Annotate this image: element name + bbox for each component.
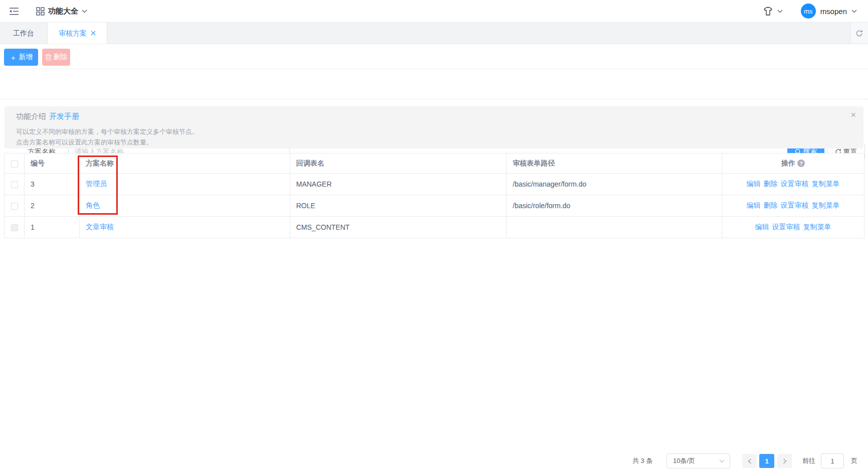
dev-manual-link[interactable]: 开发手册 xyxy=(49,112,79,120)
page-size-value: 10条/页 xyxy=(673,456,695,465)
chevron-down-icon xyxy=(719,459,725,463)
tabbar: 工作台 审核方案 xyxy=(0,23,868,44)
cell-form-path xyxy=(507,217,722,238)
user-menu-dropdown[interactable]: ms msopen xyxy=(801,4,857,19)
chevron-down-icon xyxy=(777,10,783,13)
toolbar: ＋ 新增 删除 xyxy=(0,44,868,69)
username: msopen xyxy=(820,7,847,16)
dashed-divider xyxy=(0,99,868,99)
cell-callback-table: CMS_CONTENT xyxy=(290,217,507,238)
column-header-id: 编号 xyxy=(25,153,80,174)
app-window: 功能大全 ms msopen xyxy=(0,0,868,471)
column-header-path: 审核表单路径 xyxy=(507,153,722,174)
theme-switcher-dropdown[interactable] xyxy=(763,7,783,16)
table-row: 2 角色 ROLE /basic/role/form.do 编辑删除设置审核复制… xyxy=(5,195,864,217)
table-header-row: 编号 方案名称 回调表名 审核表单路径 操作 ? xyxy=(5,153,864,174)
tab-audit-plan[interactable]: 审核方案 xyxy=(48,23,107,44)
edit-link[interactable]: 编辑 xyxy=(747,180,761,188)
delete-link[interactable]: 删除 xyxy=(764,180,778,188)
feature-intro-line: 可以定义不同的审核的方案，每个审核方案定义多个审核节点。 xyxy=(16,127,198,136)
avatar: ms xyxy=(801,4,816,19)
table-row: 1 文章审核 CMS_CONTENT 编辑设置审核复制菜单 xyxy=(5,217,864,238)
feature-intro-title: 功能介绍开发手册 xyxy=(16,112,79,121)
tab-workbench[interactable]: 工作台 xyxy=(0,23,48,44)
cell-id: 2 xyxy=(25,195,80,217)
set-audit-link[interactable]: 设置审核 xyxy=(781,201,809,209)
plan-name-link[interactable]: 管理员 xyxy=(86,180,107,188)
theme-tshirt-icon xyxy=(763,7,773,16)
page-number-current[interactable]: 1 xyxy=(759,454,774,468)
copy-menu-link[interactable]: 复制菜单 xyxy=(812,180,840,188)
plans-table: 编号 方案名称 回调表名 审核表单路径 操作 ? 3 管理员 xyxy=(4,153,864,238)
row-checkbox[interactable] xyxy=(11,181,18,188)
chevron-down-icon xyxy=(82,10,87,13)
topbar-right: ms msopen xyxy=(763,4,857,19)
column-header-name: 方案名称 xyxy=(80,153,290,174)
next-icon xyxy=(783,458,787,464)
cell-form-path: /basic/manager/form.do xyxy=(507,174,722,195)
tab-label: 审核方案 xyxy=(59,23,87,44)
cell-callback-table: ROLE xyxy=(290,195,507,217)
set-audit-link[interactable]: 设置审核 xyxy=(772,223,800,231)
table-row: 3 管理员 MANAGER /basic/manager/form.do 编辑删… xyxy=(5,174,864,195)
goto-page-input[interactable] xyxy=(821,453,844,468)
cell-id: 3 xyxy=(25,174,80,195)
delete-button-label: 删除 xyxy=(54,53,68,62)
search-bar: 方案名称 搜索 重置 xyxy=(0,69,868,99)
help-icon[interactable]: ? xyxy=(797,160,805,167)
row-checkbox[interactable] xyxy=(11,224,18,231)
feature-intro-box: 功能介绍开发手册 × 可以定义不同的审核的方案，每个审核方案定义多个审核节点。 … xyxy=(5,106,863,148)
page-size-select[interactable]: 10条/页 xyxy=(667,453,730,468)
plan-name-link[interactable]: 文章审核 xyxy=(86,223,114,231)
apps-grid-icon xyxy=(36,7,45,16)
pagination: 共 3 条 10条/页 1 前往 页 xyxy=(0,453,868,469)
cell-id: 1 xyxy=(25,217,80,238)
page-unit-label: 页 xyxy=(851,453,857,468)
chevron-down-icon xyxy=(851,10,857,13)
edit-link[interactable]: 编辑 xyxy=(755,223,769,231)
add-button[interactable]: ＋ 新增 xyxy=(4,49,38,66)
tab-label: 工作台 xyxy=(13,29,34,37)
pagination-total: 共 3 条 xyxy=(632,453,653,468)
plan-name-link[interactable]: 角色 xyxy=(86,201,100,209)
refresh-icon xyxy=(855,30,863,37)
menu-fold-icon xyxy=(9,7,19,16)
feature-intro-line: 点击方案名称可以设置此方案的审核节点数量。 xyxy=(16,138,153,147)
app-menu-label: 功能大全 xyxy=(48,7,78,16)
edit-link[interactable]: 编辑 xyxy=(747,201,761,209)
tab-close-icon[interactable] xyxy=(91,31,96,36)
row-checkbox[interactable] xyxy=(11,203,18,210)
close-icon[interactable]: × xyxy=(850,110,856,119)
next-page-button[interactable] xyxy=(777,454,792,468)
column-header-actions: 操作 xyxy=(781,159,795,168)
tab-refresh-button[interactable] xyxy=(850,23,868,44)
copy-menu-link[interactable]: 复制菜单 xyxy=(812,201,840,209)
delete-button[interactable]: 删除 xyxy=(42,49,70,66)
sidebar-fold-button[interactable] xyxy=(0,0,28,22)
column-header-callback: 回调表名 xyxy=(290,153,507,174)
plus-icon: ＋ xyxy=(10,54,17,61)
delete-link[interactable]: 删除 xyxy=(764,201,778,209)
topbar: 功能大全 ms msopen xyxy=(0,0,868,23)
copy-menu-link[interactable]: 复制菜单 xyxy=(803,223,831,231)
add-button-label: 新增 xyxy=(19,53,33,62)
feature-intro-title-text: 功能介绍 xyxy=(16,112,46,120)
set-audit-link[interactable]: 设置审核 xyxy=(781,180,809,188)
goto-page-label: 前往 xyxy=(802,453,815,468)
prev-icon xyxy=(748,458,752,464)
app-menu-dropdown[interactable]: 功能大全 xyxy=(36,7,87,16)
trash-icon xyxy=(45,54,52,61)
prev-page-button[interactable] xyxy=(742,454,757,468)
cell-callback-table: MANAGER xyxy=(290,174,507,195)
cell-form-path: /basic/role/form.do xyxy=(507,195,722,217)
select-all-checkbox[interactable] xyxy=(11,161,18,168)
